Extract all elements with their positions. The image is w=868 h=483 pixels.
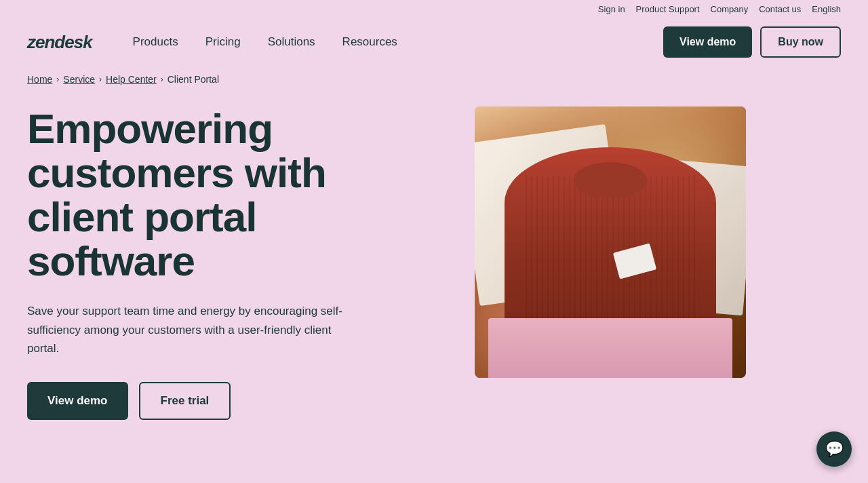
nav-links: Products Pricing Solutions Resources	[133, 35, 663, 49]
chat-icon: 💬	[825, 440, 844, 458]
breadcrumb-service[interactable]: Service	[63, 74, 95, 85]
hero-image	[475, 107, 746, 378]
product-support-link[interactable]: Product Support	[636, 4, 700, 14]
utility-bar: Sign in Product Support Company Contact …	[0, 0, 868, 18]
hero-view-demo-button[interactable]: View demo	[27, 382, 128, 420]
breadcrumb-chevron-3: ›	[161, 75, 163, 84]
chat-button[interactable]: 💬	[816, 431, 852, 467]
hero-title: Empowering customers with client portal …	[27, 107, 434, 283]
hero-section: Empowering customers with client portal …	[0, 93, 868, 447]
sweater-illustration	[475, 107, 746, 378]
contact-us-link[interactable]: Contact us	[759, 4, 801, 14]
language-selector[interactable]: English	[812, 4, 841, 14]
breadcrumb: Home › Service › Help Center › Client Po…	[0, 66, 868, 93]
breadcrumb-chevron-2: ›	[99, 75, 102, 84]
nav-view-demo-button[interactable]: View demo	[663, 26, 752, 58]
sign-in-link[interactable]: Sign in	[598, 4, 625, 14]
breadcrumb-home[interactable]: Home	[27, 74, 52, 85]
hero-buttons: View demo Free trial	[27, 382, 434, 420]
nav-solutions[interactable]: Solutions	[268, 35, 315, 49]
breadcrumb-chevron-1: ›	[56, 75, 59, 84]
hero-subtitle: Save your support team time and energy b…	[27, 302, 353, 358]
company-link[interactable]: Company	[711, 4, 749, 14]
nav-products[interactable]: Products	[133, 35, 178, 49]
nav-pricing[interactable]: Pricing	[205, 35, 241, 49]
breadcrumb-current: Client Portal	[167, 74, 219, 85]
logo[interactable]: zendesk	[27, 32, 92, 53]
nav-resources[interactable]: Resources	[342, 35, 397, 49]
nav-buy-now-button[interactable]: Buy now	[760, 26, 841, 58]
breadcrumb-help-center[interactable]: Help Center	[106, 74, 157, 85]
nav-buttons: View demo Buy now	[663, 26, 841, 58]
hero-content: Empowering customers with client portal …	[27, 107, 434, 420]
main-navigation: zendesk Products Pricing Solutions Resou…	[0, 18, 868, 66]
hero-free-trial-button[interactable]: Free trial	[139, 382, 231, 420]
